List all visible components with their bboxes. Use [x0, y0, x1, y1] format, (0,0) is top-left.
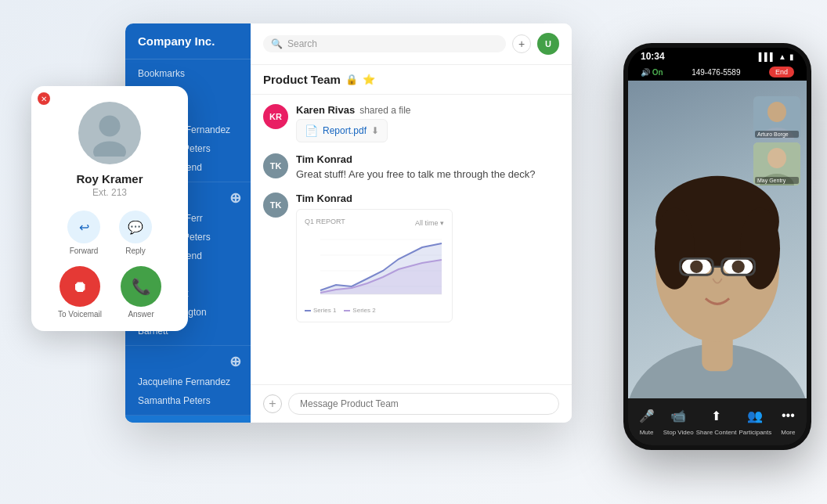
search-bar[interactable]: 🔍 Search [263, 35, 506, 52]
lock-icon: 🔒 [345, 74, 358, 85]
answer-btn[interactable]: 📞 [121, 266, 161, 307]
star-icon[interactable]: ⭐ [363, 74, 375, 85]
chat-area: 🔍 Search + U Product Team 🔒 ⭐ [251, 23, 572, 423]
sidebar-channels-header: ⊕ [125, 351, 251, 373]
chart-attachment: Q1 REPORT All time ▾ [296, 209, 453, 322]
tim-message-header-2: Tim Konrad [296, 193, 559, 204]
mute-label: Mute [640, 429, 654, 436]
call-actions-row2: ⏺ To Voicemail 📞 Answer [58, 266, 161, 319]
svg-point-5 [99, 116, 121, 137]
share-label: Share Content [696, 429, 737, 436]
wifi-icon: ▲ [778, 52, 786, 61]
caller-ext: Ext. 213 [92, 187, 127, 198]
tim-avatar-1: TK [263, 153, 288, 178]
reply-btn[interactable]: 💬 [119, 211, 152, 243]
participants-btn[interactable]: 👥 Participants [739, 405, 771, 436]
call-on-label: 🔊 On [641, 68, 663, 77]
caller-avatar [78, 102, 141, 164]
thumb-may: May Gentry [753, 142, 800, 185]
scene: Company Inc. Bookmarks Favorites Julie J… [0, 0, 827, 504]
signal-icon: ▌▌▌ [759, 52, 775, 61]
voicemail-icon: ⏺ [72, 278, 88, 296]
forward-btn[interactable]: ↩ [67, 211, 100, 243]
svg-point-6 [93, 142, 126, 157]
sidebar-company-name: Company Inc. [125, 23, 251, 59]
voicemail-btn-container: ⏺ To Voicemail [58, 266, 102, 319]
thumb-arturo: Arturo Borge [753, 96, 800, 139]
tim-message-content-1: Tim Konrad Great stuff! Are you free to … [296, 153, 559, 182]
karen-message-header: Karen Rivas shared a file [296, 104, 559, 116]
svg-point-24 [767, 148, 786, 168]
channel-name: Product Team [263, 73, 341, 86]
stop-video-btn[interactable]: 📹 Stop Video [663, 405, 694, 436]
mute-btn[interactable]: 🎤 Mute [633, 405, 661, 436]
reply-btn-container: 💬 Reply [119, 211, 152, 255]
chart-filter[interactable]: All time ▾ [415, 219, 444, 227]
karen-avatar: KR [263, 104, 288, 129]
user-avatar[interactable]: U [537, 33, 559, 55]
search-placeholder: Search [287, 38, 317, 49]
sidebar-item-jfernandez[interactable]: Jacqueline Fernandez [125, 373, 251, 391]
forward-btn-container: ↩ Forward [67, 211, 100, 255]
file-name: Report.pdf [323, 125, 367, 136]
desktop-app: Company Inc. Bookmarks Favorites Julie J… [125, 23, 572, 423]
mobile-status-icons: ▌▌▌ ▲ ▮ [759, 52, 794, 61]
more-dots-icon: ••• [774, 405, 802, 427]
channel-header: Product Team 🔒 ⭐ [251, 65, 572, 95]
message-3: TK Tim Konrad Q1 REPORT All time ▾ [263, 193, 559, 322]
answer-label: Answer [128, 310, 153, 319]
svg-point-16 [732, 261, 745, 273]
sidebar-direct-add-btn[interactable]: ⊕ [229, 191, 241, 205]
chart-svg [305, 232, 446, 302]
call-actions-row1: ↩ Forward 💬 Reply [67, 211, 152, 255]
sidebar-item-speters[interactable]: Samantha Peters [125, 391, 251, 410]
mute-icon: 🎤 [633, 405, 661, 427]
svg-point-11 [655, 207, 695, 289]
end-call-btn[interactable]: End [769, 67, 794, 77]
sidebar-section-channels: ⊕ Jacqueline Fernandez Samantha Peters [125, 346, 251, 416]
answer-icon: 📞 [132, 277, 151, 296]
mobile-time: 10:34 [641, 51, 665, 62]
chart-title: Q1 REPORT [305, 218, 345, 225]
message-input-bar: + [251, 384, 572, 423]
svg-point-15 [690, 261, 702, 273]
chart-legend-2: Series 2 [344, 307, 375, 314]
call-number: 149-476-5589 [692, 68, 740, 77]
more-label: More [781, 429, 795, 436]
mobile-app: 10:34 ▌▌▌ ▲ ▮ 🔊 On 149-476-5589 End [623, 43, 811, 450]
thumb-arturo-label: Arturo Borge [755, 131, 799, 138]
close-btn[interactable]: ✕ [38, 92, 50, 105]
battery-icon: ▮ [789, 52, 794, 61]
share-icon: ⬆ [702, 405, 731, 427]
share-content-btn[interactable]: ⬆ Share Content [696, 405, 737, 436]
reply-icon: 💬 [128, 220, 143, 235]
voicemail-btn[interactable]: ⏺ [60, 266, 100, 307]
header-actions: + U [512, 33, 559, 55]
chat-top-bar: 🔍 Search + U [251, 23, 572, 65]
karen-action: shared a file [359, 105, 410, 116]
reply-label: Reply [125, 247, 146, 255]
forward-icon: ↩ [79, 220, 89, 235]
stop-video-label: Stop Video [663, 429, 694, 436]
sidebar-active-section: Kevin Sims [125, 416, 251, 423]
thumbnail-panel: Arturo Borge May Gentry [753, 96, 800, 185]
svg-point-21 [767, 102, 786, 122]
karen-name: Karen Rivas [296, 104, 355, 116]
search-icon: 🔍 [271, 38, 283, 49]
more-btn[interactable]: ••• More [774, 405, 802, 436]
file-attachment[interactable]: 📄 Report.pdf ⬇ [296, 119, 388, 142]
video-main: Arturo Borge May Gentry [628, 81, 807, 398]
sidebar-channels-add-btn[interactable]: ⊕ [229, 355, 241, 369]
message-2: TK Tim Konrad Great stuff! Are you free … [263, 153, 559, 182]
participants-icon: 👥 [741, 405, 769, 427]
message-input[interactable] [288, 393, 559, 415]
download-icon[interactable]: ⬇ [371, 125, 379, 136]
tim-name-2: Tim Konrad [296, 193, 352, 204]
sidebar-item-kevin[interactable]: Kevin Sims [125, 422, 251, 423]
tim-message-header-1: Tim Konrad [296, 153, 559, 165]
add-contact-btn[interactable]: + [512, 34, 531, 53]
voicemail-label: To Voicemail [58, 310, 102, 319]
sidebar-item-bookmarks[interactable]: Bookmarks [125, 64, 251, 83]
forward-label: Forward [70, 247, 99, 255]
message-add-btn[interactable]: + [263, 394, 282, 413]
